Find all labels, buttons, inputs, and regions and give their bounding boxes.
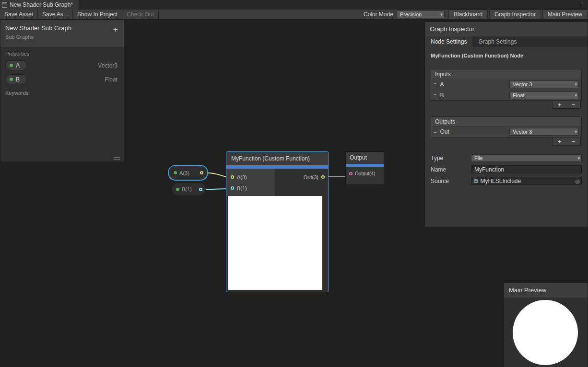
output-out-type-dropdown[interactable]: Vector 3 ▾ xyxy=(509,128,579,136)
source-object-field[interactable]: ▤ MyHLSLInclude ◎ xyxy=(471,177,582,185)
output-port-row: Out(3) xyxy=(275,172,328,183)
blackboard-header[interactable]: New Shader Sub Graph Sub Graphs + xyxy=(0,20,124,47)
dropdown-value: Float xyxy=(513,92,524,99)
drag-handle-icon[interactable]: = xyxy=(434,81,436,87)
add-property-button[interactable]: + xyxy=(113,26,118,34)
output-node[interactable]: Output Output(4) xyxy=(345,151,384,185)
chevron-down-icon: ▾ xyxy=(575,128,577,136)
show-in-project-button[interactable]: Show In Project xyxy=(73,10,122,19)
property-node-label: A(3) xyxy=(179,170,198,176)
input-port-output[interactable] xyxy=(349,172,353,175)
document-tab[interactable]: New Shader Sub Graph* xyxy=(0,0,79,10)
node-preview xyxy=(228,196,322,290)
drag-handle-icon[interactable]: = xyxy=(434,129,436,135)
dropdown-value: File xyxy=(474,155,483,161)
input-name: A xyxy=(440,81,444,88)
add-output-button[interactable]: + xyxy=(555,138,564,145)
drag-handle-icon[interactable]: = xyxy=(434,92,436,98)
inputs-list: Inputs = A Vector 3 ▾ = B Float ▾ xyxy=(431,69,582,101)
check-out-button: Check Out xyxy=(122,10,159,19)
blackboard-toggle-button[interactable]: Blackboard xyxy=(448,10,488,19)
window-tab-strip: New Shader Sub Graph* ⋮ xyxy=(0,0,588,10)
save-as-button[interactable]: Save As... xyxy=(38,10,73,19)
toolbar: Save Asset Save As... Show In Project Ch… xyxy=(0,10,588,20)
blackboard-property-b[interactable]: B xyxy=(5,74,27,84)
file-icon: ▤ xyxy=(473,177,478,184)
outputs-list-footer: + − xyxy=(552,138,581,146)
graph-inspector-header[interactable]: Graph Inspector xyxy=(425,22,588,36)
port-label: Output(4) xyxy=(355,171,375,176)
dropdown-value: Vector 3 xyxy=(513,128,532,135)
name-label: Name xyxy=(431,166,471,173)
blackboard-panel: New Shader Sub Graph Sub Graphs + Proper… xyxy=(0,20,124,162)
chevron-down-icon: ▾ xyxy=(577,155,580,162)
property-row: B Float xyxy=(0,72,124,86)
input-port-row-b: B(1) xyxy=(226,183,275,194)
color-mode-dropdown[interactable]: Precision ▾ xyxy=(397,11,445,18)
tab-node-settings[interactable]: Node Settings xyxy=(425,36,472,47)
outputs-list: Outputs = Out Vector 3 ▾ xyxy=(431,116,582,138)
custom-function-node[interactable]: MyFunction (Custom Function) A(3) B(1) O… xyxy=(226,151,329,292)
port-label: B(1) xyxy=(237,185,247,191)
main-preview-panel: Main Preview xyxy=(504,283,588,367)
selected-node-title: MyFunction (Custom Function) Node xyxy=(431,53,582,58)
save-asset-button[interactable]: Save Asset xyxy=(0,10,38,19)
dropdown-value: Vector 3 xyxy=(513,81,532,88)
remove-input-button[interactable]: − xyxy=(569,101,578,108)
remove-output-button[interactable]: − xyxy=(569,138,578,145)
input-row-b: = B Float ▾ xyxy=(431,90,581,100)
source-row: Source ▤ MyHLSLInclude ◎ xyxy=(431,177,582,185)
input-port-a[interactable] xyxy=(231,175,234,179)
chevron-down-icon: ▾ xyxy=(575,92,577,99)
window-menu-icon[interactable]: ⋮ xyxy=(579,0,585,10)
port-label: Out(3) xyxy=(304,174,318,180)
node-title: Output xyxy=(346,152,384,164)
color-mode-value: Precision xyxy=(400,11,422,18)
exposed-dot-icon xyxy=(176,188,179,191)
inputs-list-header: Inputs xyxy=(431,69,581,79)
keywords-section-label: Keywords xyxy=(0,86,124,98)
inputs-list-footer: + − xyxy=(552,101,581,109)
property-node-a[interactable]: A(3) xyxy=(168,165,208,181)
input-a-type-dropdown[interactable]: Vector 3 ▾ xyxy=(509,80,579,88)
property-node-label: B(1) xyxy=(182,186,197,192)
graph-inspector-toggle-button[interactable]: Graph Inspector xyxy=(489,10,541,19)
output-name: Out xyxy=(440,128,449,135)
property-name: B xyxy=(16,76,20,83)
input-b-type-dropdown[interactable]: Float ▾ xyxy=(509,92,579,99)
output-row-out: = Out Vector 3 ▾ xyxy=(431,126,581,137)
resize-grip[interactable] xyxy=(114,156,120,160)
input-row-a: = A Vector 3 ▾ xyxy=(431,79,581,90)
port-b-out[interactable] xyxy=(199,188,202,191)
main-preview-toggle-button[interactable]: Main Preview xyxy=(542,10,588,19)
object-picker-icon[interactable]: ◎ xyxy=(575,178,580,185)
node-title: MyFunction (Custom Function) xyxy=(226,152,328,165)
input-name: B xyxy=(440,92,444,99)
type-dropdown[interactable]: File ▾ xyxy=(471,154,582,162)
outputs-list-header: Outputs xyxy=(431,117,581,126)
properties-section-label: Properties xyxy=(0,47,124,58)
property-node-b[interactable]: B(1) xyxy=(171,183,206,196)
document-tab-label: New Shader Sub Graph* xyxy=(10,1,73,8)
graph-inspector-panel: Graph Inspector Node Settings Graph Sett… xyxy=(424,22,588,227)
name-field[interactable] xyxy=(471,165,582,173)
chevron-down-icon: ▾ xyxy=(440,11,443,18)
exposed-dot-icon xyxy=(10,64,13,67)
output-port-out[interactable] xyxy=(321,175,325,179)
port-a-out[interactable] xyxy=(200,171,203,174)
name-row: Name xyxy=(431,165,582,173)
window-icon xyxy=(2,2,7,8)
inspector-tab-bar: Node Settings Graph Settings xyxy=(425,36,588,47)
tab-graph-settings[interactable]: Graph Settings xyxy=(472,36,522,47)
input-port-b[interactable] xyxy=(231,186,234,190)
property-type: Float xyxy=(105,76,118,83)
main-preview-header[interactable]: Main Preview xyxy=(504,283,588,298)
blackboard-property-a[interactable]: A xyxy=(5,60,27,70)
exposed-dot-icon xyxy=(174,171,177,174)
blackboard-title: New Shader Sub Graph xyxy=(5,24,119,32)
node-accent-strip xyxy=(226,165,328,169)
blackboard-subtitle: Sub Graphs xyxy=(5,34,119,40)
type-row: Type File ▾ xyxy=(431,154,582,162)
add-input-button[interactable]: + xyxy=(555,101,564,108)
type-label: Type xyxy=(431,155,471,161)
